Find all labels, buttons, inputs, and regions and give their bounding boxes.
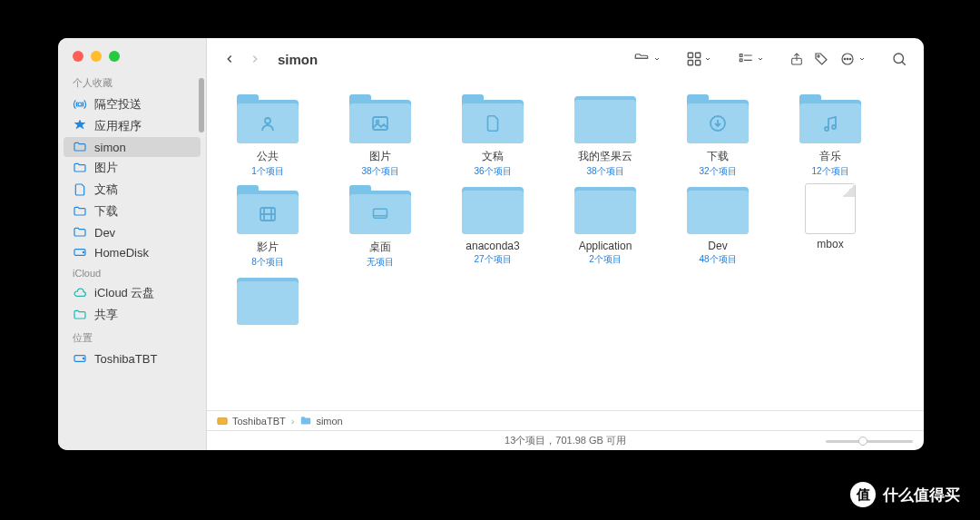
- forward-button[interactable]: [245, 49, 265, 69]
- path-root[interactable]: ToshibaTBT: [232, 416, 286, 427]
- sidebar-content: 个人收藏隔空投送应用程序simon图片文稿下载DevHomeDiskiCloud…: [58, 71, 206, 450]
- sidebar-item-label: ToshibaTBT: [94, 352, 157, 366]
- folder-icon: [299, 415, 312, 427]
- item-count: 2个项目: [589, 253, 622, 266]
- grid-item[interactable]: 公共1个项目: [220, 93, 316, 178]
- search-button[interactable]: [887, 49, 911, 69]
- tags-button[interactable]: [809, 49, 833, 69]
- grid-item[interactable]: 桌面无项目: [332, 183, 428, 269]
- svg-rect-22: [373, 117, 387, 130]
- item-name: anaconda3: [466, 240, 519, 252]
- grid-item[interactable]: mbox: [782, 183, 878, 269]
- item-count: 48个项目: [699, 253, 736, 266]
- sidebar-item-label: 隔空投送: [94, 96, 142, 113]
- share-button[interactable]: [786, 49, 808, 69]
- minimize-button[interactable]: [91, 51, 102, 62]
- svg-point-17: [847, 58, 848, 60]
- item-count: 38个项目: [586, 165, 623, 178]
- svg-point-16: [844, 58, 846, 60]
- sidebar-item-label: 图片: [94, 160, 118, 176]
- svg-point-0: [78, 103, 82, 106]
- sidebar-item-应用程序[interactable]: 应用程序: [58, 115, 206, 137]
- icon-size-slider[interactable]: [826, 437, 913, 446]
- zoom-button[interactable]: [109, 51, 120, 62]
- grid-item[interactable]: 影片8个项目: [220, 183, 316, 269]
- sidebar-item-toshibatbt[interactable]: ToshibaTBT: [58, 348, 206, 368]
- folder-icon: [798, 93, 863, 145]
- action-menu-button[interactable]: [835, 49, 869, 69]
- sidebar-item-label: 文稿: [94, 182, 118, 198]
- folder-icon: [235, 93, 300, 145]
- item-count: 38个项目: [361, 165, 398, 178]
- sidebar-item-label: simon: [94, 141, 126, 154]
- disk-icon: [73, 245, 87, 260]
- item-count: 12个项目: [811, 165, 848, 178]
- sidebar-item-dev[interactable]: Dev: [58, 222, 206, 242]
- sidebar-item-simon[interactable]: simon: [64, 137, 201, 157]
- path-leaf[interactable]: simon: [316, 416, 342, 427]
- close-button[interactable]: [73, 51, 83, 62]
- shared-icon: [73, 308, 87, 322]
- sidebar-item-icloud 云盘[interactable]: iCloud 云盘: [58, 282, 206, 304]
- back-button[interactable]: [220, 49, 240, 69]
- toolbar: simon: [207, 38, 924, 80]
- item-name: 我的坚果云: [578, 149, 632, 164]
- icon-grid-area[interactable]: 公共1个项目图片38个项目文稿36个项目我的坚果云38个项目下载32个项目音乐1…: [207, 80, 924, 410]
- folder-icon: [235, 274, 300, 327]
- sidebar-scrollbar[interactable]: [199, 78, 204, 132]
- svg-rect-31: [374, 209, 387, 218]
- item-count: 32个项目: [699, 165, 736, 178]
- path-separator-icon: ›: [291, 416, 295, 427]
- group-by-button[interactable]: [733, 50, 768, 68]
- sidebar-section-title: 个人收藏: [58, 71, 206, 93]
- item-count: 1个项目: [251, 165, 284, 178]
- item-name: 影片: [257, 240, 279, 255]
- folder-icon: [573, 93, 638, 145]
- item-name: 音乐: [819, 149, 841, 164]
- sidebar-item-共享[interactable]: 共享: [58, 304, 206, 326]
- status-bar: 13个项目，701.98 GB 可用: [207, 430, 924, 450]
- sidebar-section-title: 位置: [58, 326, 206, 348]
- grid-item[interactable]: Dev48个项目: [670, 183, 766, 269]
- sidebar-item-隔空投送[interactable]: 隔空投送: [58, 93, 206, 115]
- sidebar-item-下载[interactable]: 下载: [58, 201, 206, 222]
- svg-point-14: [818, 55, 819, 57]
- new-folder-button[interactable]: [628, 49, 664, 69]
- item-name: 图片: [369, 149, 391, 164]
- item-count: 8个项目: [251, 256, 284, 269]
- main-row: 个人收藏隔空投送应用程序simon图片文稿下载DevHomeDiskiCloud…: [58, 38, 924, 450]
- svg-rect-6: [696, 53, 701, 57]
- folder-icon: [348, 183, 413, 236]
- svg-point-18: [849, 58, 851, 60]
- sidebar-section-title: iCloud: [58, 262, 206, 282]
- sidebar-item-label: 应用程序: [94, 118, 142, 134]
- item-name: 公共: [257, 149, 279, 164]
- grid-item[interactable]: 下载32个项目: [670, 93, 766, 178]
- grid-item[interactable]: Application2个项目: [557, 183, 653, 269]
- watermark-badge-icon: 值: [850, 482, 876, 507]
- grid-item[interactable]: 图片38个项目: [332, 93, 428, 178]
- folder-icon: [573, 183, 638, 236]
- sidebar-item-label: HomeDisk: [94, 246, 149, 260]
- grid-item[interactable]: anaconda327个项目: [445, 183, 541, 269]
- grid-item[interactable]: 音乐12个项目: [782, 93, 878, 178]
- grid-item[interactable]: 我的坚果云38个项目: [557, 93, 653, 178]
- sidebar-item-图片[interactable]: 图片: [58, 157, 206, 179]
- grid-item[interactable]: [220, 274, 316, 330]
- svg-rect-9: [740, 54, 742, 57]
- svg-point-26: [832, 125, 836, 129]
- icloud-icon: [73, 286, 87, 300]
- folder-icon: [685, 183, 750, 236]
- file-icon: [805, 183, 856, 234]
- sidebar-item-文稿[interactable]: 文稿: [58, 179, 206, 201]
- folder-icon: [460, 93, 525, 145]
- view-icons-button[interactable]: [682, 49, 715, 69]
- grid-item[interactable]: 文稿36个项目: [445, 93, 541, 178]
- folder-icon: [73, 225, 87, 240]
- content-pane: simon: [207, 38, 924, 450]
- item-count: 36个项目: [474, 165, 511, 178]
- sidebar: 个人收藏隔空投送应用程序simon图片文稿下载DevHomeDiskiCloud…: [58, 38, 207, 450]
- watermark-text: 什么值得买: [883, 485, 960, 505]
- sidebar-item-label: 共享: [94, 307, 118, 323]
- sidebar-item-homedisk[interactable]: HomeDisk: [58, 242, 206, 262]
